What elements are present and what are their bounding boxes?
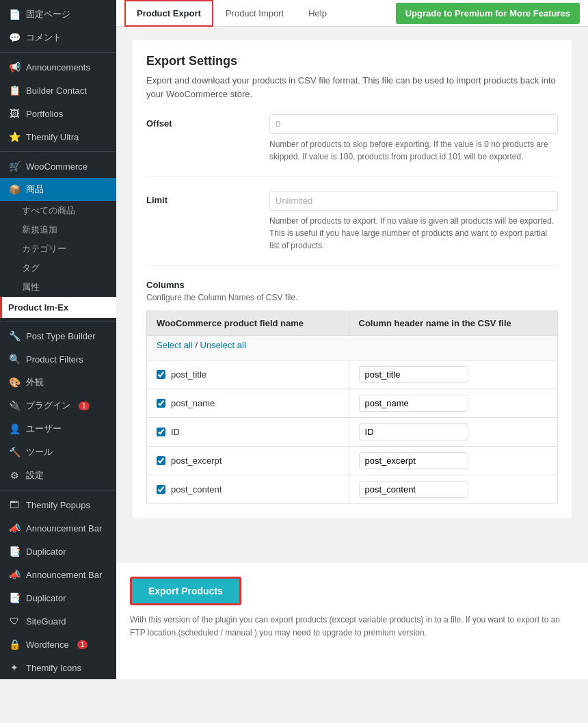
select-all-link[interactable]: Select all [157,340,193,350]
bottom-content: Export Products With this version of the… [116,563,588,679]
offset-input[interactable] [269,114,558,134]
sidebar-label-announcement-bar-2: Announcement Bar [26,570,102,580]
table-row: post_excerpt [147,447,558,475]
col-value-3[interactable] [359,452,468,469]
sidebar-item-appearance[interactable]: 🎨 外観 [0,371,116,394]
value-cell-1 [349,389,557,418]
sidebar-item-announcements[interactable]: 📢 Announcements [0,55,116,79]
field-cell-4: post_content [147,475,349,504]
sidebar-sub-all-products[interactable]: すべての商品 [0,201,116,220]
tab-product-export[interactable]: Product Export [124,0,213,27]
col-value-4[interactable] [359,481,468,498]
sidebar-item-products[interactable]: 📦 商品 [0,178,116,201]
field-name-1: post_name [171,398,215,408]
value-cell-4 [349,475,557,504]
value-cell-2 [349,418,557,447]
checkbox-3[interactable] [157,456,165,465]
checkbox-0[interactable] [157,370,165,379]
sidebar-item-product-im-ex[interactable]: Product Im-Ex [0,297,116,318]
select-links: Select all / Unselect all [157,340,548,350]
sidebar-sub-tags[interactable]: タグ [0,259,116,278]
product-filters-icon: 🔍 [8,353,21,365]
sidebar-item-announcement-bar[interactable]: 📣 Announcement Bar [0,516,116,540]
checkbox-row-0: post_title [157,369,339,380]
col2-header: Column header name in the CSV file [349,311,557,336]
sidebar-item-product-filters[interactable]: 🔍 Product Filters [0,347,116,371]
col-value-0[interactable] [359,366,468,383]
sidebar-item-builder-contact[interactable]: 📋 Builder Contact [0,79,116,102]
tab-product-import[interactable]: Product Import [213,0,296,27]
table-row: post_content [147,475,558,504]
sidebar-item-comments[interactable]: 💬 コメント [0,26,116,49]
sidebar-sub-new-product[interactable]: 新規追加 [0,220,116,239]
main-content: Export Settings Export and download your… [116,27,588,542]
sidebar: 📄 固定ページ 💬 コメント 📢 Announcements 📋 Builder… [0,0,116,563]
field-cell-3: post_excerpt [147,447,349,475]
limit-input[interactable] [269,191,558,211]
sidebar-label-products: 商品 [26,183,44,196]
sidebar-label-announcements: Announcements [26,62,90,73]
sidebar-item-woocommerce[interactable]: 🛒 WooCommerce [0,155,116,178]
export-settings-card: Export Settings Export and download your… [133,40,572,518]
divider-slash: / [195,340,200,350]
limit-hint: Number of products to export. If no valu… [269,215,558,252]
export-settings-desc: Export and download your products in CSV… [146,74,558,101]
divider-2 [0,151,116,152]
checkbox-2[interactable] [157,428,165,436]
export-settings-title: Export Settings [146,54,558,68]
sidebar-item-siteguard[interactable]: 🛡 SiteGuard [0,609,116,633]
field-cell-0: post_title [147,360,349,389]
sidebar-sub-attributes[interactable]: 属性 [0,278,116,297]
fixed-page-icon: 📄 [8,8,21,21]
col-value-2[interactable] [359,423,468,441]
checkbox-row-4: post_content [157,484,339,495]
sidebar-label-themify-ultra: Themify Ultra [26,132,79,142]
export-products-button[interactable]: Export Products [130,577,241,605]
duplicator-icon: 📑 [8,545,21,557]
sidebar-item-themify-popups[interactable]: 🗔 Themify Popups [0,493,116,516]
sidebar-item-settings[interactable]: ⚙ 設定 [0,464,116,487]
field-name-0: post_title [171,369,206,380]
checkbox-1[interactable] [157,399,165,408]
sidebar-sub-categories[interactable]: カテゴリー [0,239,116,259]
col-value-1[interactable] [359,395,468,412]
unselect-all-link[interactable]: Unselect all [200,340,246,350]
sidebar-label-duplicator-2: Duplicator [26,593,66,603]
wordfence-icon: 🔒 [8,638,21,650]
divider-4 [0,490,116,490]
duplicator-2-icon: 📑 [8,592,21,604]
sidebar-label-plugins: プラグイン [26,399,70,412]
sidebar-item-duplicator[interactable]: 📑 Duplicator [0,540,116,563]
checkbox-4[interactable] [157,485,165,494]
sidebar-item-wordfence[interactable]: 🔒 Wordfence 1 [0,633,116,656]
plugins-badge: 1 [79,402,90,410]
sidebar-item-duplicator-2[interactable]: 📑 Duplicator [0,586,116,609]
sidebar-item-announcement-bar-2[interactable]: 📣 Announcement Bar [0,563,116,586]
offset-hint: Number of products to skip before export… [269,138,558,163]
tab-help[interactable]: Help [296,0,339,27]
field-name-3: post_excerpt [171,456,222,466]
col1-header: WooCommerce product field name [147,311,349,336]
sidebar-item-fixed-page[interactable]: 📄 固定ページ [0,3,116,26]
builder-contact-icon: 📋 [8,84,21,96]
app-wrapper: 📄 固定ページ 💬 コメント 📢 Announcements 📋 Builder… [0,0,588,679]
sidebar-item-users[interactable]: 👤 ユーザー [0,417,116,441]
field-name-4: post_content [171,484,222,495]
sidebar-item-themify-ultra[interactable]: ⭐ Themify Ultra [0,125,116,148]
limit-field: Number of products to export. If no valu… [269,191,558,252]
tools-icon: 🔨 [8,446,21,458]
sidebar-label-post-type-builder: Post Type Builder [26,331,96,341]
upgrade-button[interactable]: Upgrade to Premium for More Features [396,3,580,24]
sidebar-item-tools[interactable]: 🔨 ツール [0,441,116,464]
sidebar-item-themify-icons[interactable]: ✦ Themify Icons [0,656,116,679]
sidebar-item-post-type-builder[interactable]: 🔧 Post Type Builder [0,324,116,347]
divider-3 [0,321,116,321]
bottom-section: 📣 Announcement Bar 📑 Duplicator 🛡 SiteGu… [0,563,588,679]
themify-popups-icon: 🗔 [8,499,21,511]
sidebar-item-plugins[interactable]: 🔌 プラグイン 1 [0,394,116,417]
main-layout: 📄 固定ページ 💬 コメント 📢 Announcements 📋 Builder… [0,0,588,563]
sidebar-item-portfolios[interactable]: 🖼 Portfolios [0,102,116,125]
columns-table: WooCommerce product field name Column he… [146,311,558,504]
sidebar-label-users: ユーザー [26,423,62,435]
content-area: Product Export Product Import Help Upgra… [116,0,588,563]
